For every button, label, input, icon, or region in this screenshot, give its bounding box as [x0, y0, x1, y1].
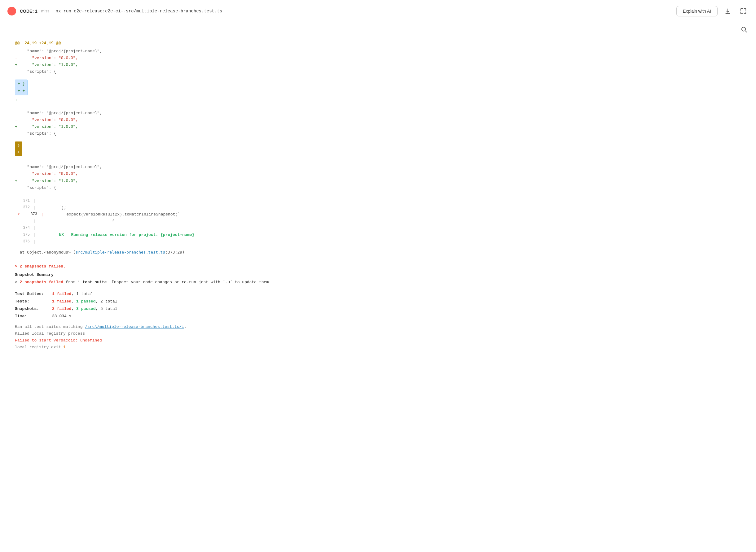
line-371: 371 | — [15, 197, 741, 204]
diff-line: - "version": "0.0.0", — [15, 171, 741, 177]
download-icon — [724, 8, 731, 15]
search-icon — [741, 26, 747, 33]
local-registry-exit-line: local registry exit 1 — [15, 344, 741, 351]
test-suites-label: Test Suites: — [15, 291, 52, 297]
stack-trace: at Object.<anonymous> (src/multiple-rele… — [15, 249, 741, 256]
diff-line: + "version": "1.0.0", — [15, 124, 741, 130]
diff-line: "scripts": { — [15, 68, 741, 75]
time-value: 38.034 s — [52, 313, 71, 320]
diff-line: "name": "@proj/{project-name}", — [15, 48, 741, 55]
test-suites-value: 1 failed, 1 total — [52, 291, 93, 297]
snapshot-summary-heading: Snapshot Summary — [15, 272, 741, 278]
snapshots-label: Snapshots: — [15, 305, 52, 312]
diff-line: - "version": "0.0.0", — [15, 55, 741, 61]
code-label: CODE: 1 — [20, 9, 37, 14]
line-376: 376 | — [15, 238, 741, 245]
diff-block-3: "name": "@proj/{project-name}", - "versi… — [15, 164, 741, 191]
miss-badge: miss — [41, 9, 49, 13]
diff-line: "scripts": { — [15, 184, 741, 191]
test-suites-row: Test Suites: 1 failed, 1 total — [15, 291, 741, 297]
line-373-caret: | ^ — [15, 218, 741, 225]
search-row — [0, 22, 756, 35]
file-link[interactable]: src/multiple-release-branches.test.ts — [76, 250, 166, 255]
main-content: @@ -24,19 +24,19 @@ "name": "@proj/{proj… — [0, 35, 756, 552]
diff-line: - "version": "0.0.0", — [15, 117, 741, 124]
killed-registry-line: Killed local registry process — [15, 330, 741, 337]
download-button[interactable] — [723, 6, 733, 16]
failed-verdaccio-line: Failed to start verdaccio: undefined — [15, 337, 741, 344]
snapshots-failed-text: > 2 snapshots failed. — [15, 264, 66, 269]
line-372: 372 | `); — [15, 204, 741, 211]
summary-section: > 2 snapshots failed. Snapshot Summary >… — [15, 263, 741, 351]
snapshots-row: Snapshots: 2 failed, 3 passed, 5 total — [15, 305, 741, 312]
code-badge: CODE: 1 — [20, 9, 37, 14]
diff-block-1: @@ -24,19 +24,19 @@ "name": "@proj/{proj… — [15, 40, 741, 104]
tests-value: 1 failed, 1 passed, 2 total — [52, 298, 117, 305]
snapshot-detail: > 2 snapshots failed from 1 test suite. … — [15, 279, 741, 286]
diff-block-2: "name": "@proj/{project-name}", - "versi… — [15, 110, 741, 158]
add-highlight-block-1: + } + + + — [15, 78, 741, 103]
header-left: CODE: 1 miss nx run e2e-release:e2e-ci--… — [7, 7, 676, 15]
line-number-block: 371 | 372 | `); > 373 | expect(versionRe… — [15, 197, 741, 246]
diff-line: + "version": "1.0.0", — [15, 61, 741, 68]
traffic-light-icon — [7, 7, 16, 15]
header-bar: CODE: 1 miss nx run e2e-release:e2e-ci--… — [0, 0, 756, 22]
diff-line: "name": "@proj/{project-name}", — [15, 110, 741, 117]
svg-point-0 — [742, 27, 746, 31]
time-label: Time: — [15, 313, 52, 320]
line-375: 375 | NX Running release version for pro… — [15, 232, 741, 238]
header-right: Explain with AI — [676, 6, 749, 16]
stats-block: Test Suites: 1 failed, 1 total Tests: 1 … — [15, 291, 741, 320]
snapshots-value: 2 failed, 3 passed, 5 total — [52, 305, 117, 312]
yellow-highlight-block: } + — [15, 140, 741, 158]
explain-with-ai-button[interactable]: Explain with AI — [676, 6, 718, 16]
diff-line: "scripts": { — [15, 130, 741, 137]
diff-hunk-header-1: @@ -24,19 +24,19 @@ — [15, 40, 741, 47]
expand-button[interactable] — [738, 6, 749, 16]
expand-icon — [740, 8, 747, 15]
test-pattern-link: /src\/multiple-release-branches.test.ts/… — [85, 324, 184, 329]
search-button[interactable] — [739, 25, 749, 35]
tests-row: Tests: 1 failed, 1 passed, 2 total — [15, 298, 741, 305]
diff-line: + "version": "1.0.0", — [15, 178, 741, 184]
command-text: nx run e2e-release:e2e-ci--src/multiple-… — [56, 9, 222, 14]
ran-all-line: Ran all test suites matching /src\/multi… — [15, 323, 741, 330]
tests-label: Tests: — [15, 298, 52, 305]
time-row: Time: 38.034 s — [15, 313, 741, 320]
line-373-active: > 373 | expect(versionResult2x).toMatchI… — [15, 211, 741, 218]
diff-line: "name": "@proj/{project-name}", — [15, 164, 741, 171]
line-374: 374 | — [15, 225, 741, 232]
snapshots-failed-line: > 2 snapshots failed. — [15, 263, 741, 270]
svg-line-1 — [745, 31, 747, 32]
